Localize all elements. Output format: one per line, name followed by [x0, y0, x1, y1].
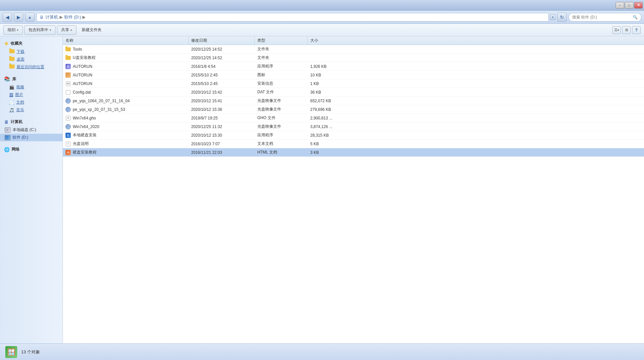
file-name: 硬盘安装教程	[73, 150, 97, 155]
table-row[interactable]: G Win7x64.gho 2019/9/7 19:25 GHO 文件 2,90…	[63, 114, 644, 122]
search-input[interactable]	[572, 15, 631, 20]
table-row[interactable]: U盘安装教程 2020/12/25 14:52 文件夹	[63, 54, 644, 62]
file-icon	[65, 90, 71, 95]
file-icon: E	[65, 133, 71, 138]
sidebar-item-desktop[interactable]: 桌面	[0, 56, 63, 63]
sidebar-item-video[interactable]: 🎬 视频	[0, 83, 63, 91]
file-type-cell: 安装信息	[255, 79, 308, 88]
statusbar: 🪟 13 个对象	[0, 343, 644, 360]
sidebar-library-header[interactable]: 📚 库	[0, 75, 63, 83]
sidebar-item-picture[interactable]: 🖼 图片	[0, 91, 63, 99]
table-row[interactable]: AUTORUN 2015/5/10 2:45 图标 10 KB	[63, 71, 644, 79]
table-row[interactable]: E 本地硬盘安装 2020/10/12 15:30 应用程序 28,315 KB	[63, 131, 644, 140]
music-icon: 🎵	[9, 108, 14, 112]
file-size-cell: 652,072 KB	[308, 97, 347, 105]
table-row[interactable]: pe_yqs_1064_20_07_31_16_04 2020/10/12 15…	[63, 97, 644, 105]
file-icon	[65, 124, 71, 129]
c-drive-icon: C	[5, 127, 11, 133]
network-icon: 🌐	[4, 147, 10, 152]
table-row[interactable]: H 硬盘安装教程 2016/11/21 22:03 HTML 文档 3 KB	[63, 148, 644, 157]
minimize-button[interactable]: －	[616, 2, 624, 9]
file-date-cell: 2020/12/25 14:52	[189, 45, 255, 53]
organize-button[interactable]: 组织 ▾	[3, 25, 23, 35]
video-icon: 🎬	[9, 85, 14, 90]
sidebar-computer-header[interactable]: 🖥 计算机	[0, 118, 63, 126]
sidebar-item-d-drive[interactable]: D 软件 (D:)	[0, 134, 63, 141]
file-type-cell: 图标	[255, 71, 308, 79]
table-row[interactable]: Config.dat 2020/10/12 15:42 DAT 文件 36 KB	[63, 88, 644, 97]
main-content: ★ 收藏夹 下载 桌面 最近访问的位置 📚 库 🎬	[0, 36, 644, 343]
file-name-cell: G Win7x64.gho	[63, 114, 189, 122]
file-date-cell: 2020/12/25 11:32	[189, 122, 255, 131]
view-button[interactable]: ☰ ▾	[612, 26, 621, 34]
back-button[interactable]: ◀	[3, 13, 12, 22]
breadcrumb-sep2: ▶	[82, 15, 86, 20]
sidebar-item-c-drive[interactable]: C 本地磁盘 (C:)	[0, 126, 63, 134]
library-label: 库	[12, 76, 16, 82]
file-size-cell: 28,315 KB	[308, 131, 347, 139]
statusbar-app-icon: 🪟	[5, 346, 17, 358]
layout-button[interactable]: ⊞	[622, 26, 631, 34]
col-header-type[interactable]: 类型	[255, 36, 308, 45]
file-name-cell: E AUTORUN	[63, 62, 189, 70]
breadcrumb: 🖥 计算机 ▶ 软件 (D:) ▶	[36, 13, 549, 22]
up-button[interactable]: ▲	[25, 13, 34, 22]
close-button[interactable]: ✕	[634, 2, 643, 9]
table-row[interactable]: Tools 2020/12/25 14:52 文件夹	[63, 45, 644, 54]
file-name: Win7x64_2020	[73, 124, 99, 129]
desktop-folder-icon	[9, 57, 15, 62]
table-row[interactable]: T 光盘说明 2016/10/23 7:07 文本文档 5 KB	[63, 140, 644, 148]
network-label: 网络	[12, 147, 20, 152]
file-size-cell: 10 KB	[308, 71, 347, 79]
sidebar-item-recent[interactable]: 最近访问的位置	[0, 63, 63, 71]
refresh-button[interactable]: ↻	[557, 13, 567, 22]
include-label: 包含到库中	[28, 27, 48, 33]
col-header-name[interactable]: 名称	[63, 36, 189, 45]
table-row[interactable]: E AUTORUN 2016/1/8 4:54 应用程序 1,926 KB	[63, 62, 644, 71]
table-row[interactable]: Win7x64_2020 2020/12/25 11:32 光盘映像文件 3,8…	[63, 122, 644, 131]
file-size-cell: 5 KB	[308, 140, 347, 148]
share-button[interactable]: 共享 ▾	[57, 25, 76, 35]
sidebar-item-download[interactable]: 下载	[0, 48, 63, 56]
file-name-cell: T 光盘说明	[63, 140, 189, 148]
file-date-cell: 2020/10/12 15:36	[189, 105, 255, 113]
computer-sidebar-icon: 🖥	[4, 119, 9, 125]
table-row[interactable]: pe_yqs_xp_20_07_31_15_53 2020/10/12 15:3…	[63, 105, 644, 114]
sidebar-favorites-header[interactable]: ★ 收藏夹	[0, 39, 63, 48]
file-size-cell: 1,926 KB	[308, 62, 347, 70]
file-date-cell: 2015/5/10 2:45	[189, 71, 255, 79]
sidebar-item-music[interactable]: 🎵 音乐	[0, 106, 63, 114]
col-header-size[interactable]: 大小	[308, 36, 347, 45]
file-name-cell: Config.dat	[63, 88, 189, 96]
include-library-button[interactable]: 包含到库中 ▾	[24, 25, 56, 35]
breadcrumb-drive[interactable]: 软件 (D:)	[64, 14, 81, 20]
library-icon: 📚	[4, 76, 10, 82]
file-date-cell: 2020/12/25 14:52	[189, 54, 255, 62]
c-drive-label: 本地磁盘 (C:)	[13, 127, 36, 133]
sidebar-item-document[interactable]: 📄 文档	[0, 99, 63, 106]
breadcrumb-dropdown[interactable]: ▾	[550, 15, 555, 20]
file-date-cell: 2019/9/7 19:25	[189, 114, 255, 122]
favorites-label: 收藏夹	[11, 41, 22, 46]
table-row[interactable]: INI AUTORUN 2015/5/10 2:45 安装信息 1 KB	[63, 79, 644, 88]
col-header-date[interactable]: 修改日期	[189, 36, 255, 45]
new-folder-button[interactable]: 新建文件夹	[78, 25, 106, 35]
file-name: 本地硬盘安装	[73, 132, 97, 138]
file-name: Tools	[73, 47, 82, 52]
titlebar: － □ ✕	[0, 0, 644, 11]
file-size-cell: 3 KB	[308, 148, 347, 157]
maximize-button[interactable]: □	[625, 2, 633, 9]
file-icon	[65, 55, 71, 61]
file-name: Win7x64.gho	[73, 116, 96, 120]
addressbar: ◀ ▶ ▲ 🖥 计算机 ▶ 软件 (D:) ▶ ▾ ↻ 🔍	[0, 11, 644, 24]
file-type-cell: 光盘映像文件	[255, 105, 308, 113]
file-type-cell: GHO 文件	[255, 114, 308, 122]
forward-button[interactable]: ▶	[14, 13, 23, 22]
file-name: pe_yqs_xp_20_07_31_15_53	[73, 107, 125, 112]
desktop-label: 桌面	[17, 57, 24, 62]
help-button[interactable]: ?	[632, 26, 641, 34]
document-icon: 📄	[9, 100, 14, 105]
sidebar-network-header[interactable]: 🌐 网络	[0, 145, 63, 154]
download-label: 下载	[17, 49, 24, 55]
breadcrumb-computer[interactable]: 计算机	[45, 14, 58, 20]
